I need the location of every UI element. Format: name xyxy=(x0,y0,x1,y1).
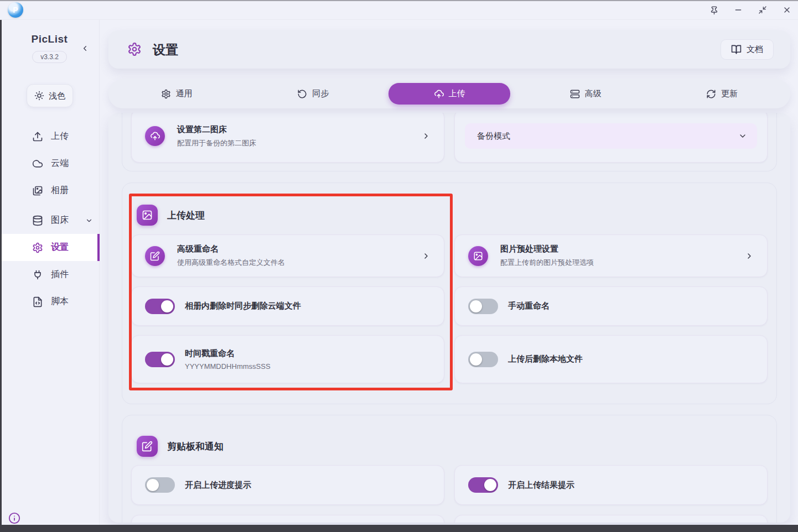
delete-local-card: 上传后删除本地文件 xyxy=(454,335,768,383)
theme-toggle-button[interactable]: 浅色 xyxy=(27,84,73,107)
tab-label: 同步 xyxy=(312,88,329,99)
page-header: 设置 文档 xyxy=(108,30,790,69)
album-icon xyxy=(32,185,43,196)
sidebar-item-settings[interactable]: 设置 xyxy=(0,234,100,261)
sidebar-nav: 上传 云端 相册 图床 设置 插件 脚本 xyxy=(0,123,100,315)
book-icon xyxy=(731,44,742,55)
upload-result-tip-toggle[interactable] xyxy=(468,477,498,493)
settings-tabbar: 通用 同步 上传 高级 更新 xyxy=(108,79,790,108)
sidebar: PicList v3.3.2 浅色 上传 云端 相册 图床 设置 xyxy=(0,20,100,525)
cloud-icon xyxy=(32,158,43,169)
sidebar-item-cloud[interactable]: 云端 xyxy=(0,150,100,177)
sidebar-item-album[interactable]: 相册 xyxy=(0,177,100,204)
toggle-label: 时间戳重命名 xyxy=(185,348,271,359)
script-icon xyxy=(32,296,43,307)
app-logo: P xyxy=(8,2,23,18)
card-title: 设置第二图床 xyxy=(177,124,422,135)
card-title: 高级重命名 xyxy=(177,244,422,254)
manual-rename-toggle[interactable] xyxy=(468,299,498,314)
backup-mode-select[interactable]: 备份模式 xyxy=(465,123,757,149)
image-icon xyxy=(137,205,158,226)
theme-label: 浅色 xyxy=(49,91,65,101)
chevron-down-icon xyxy=(85,217,93,225)
sidebar-item-label: 图床 xyxy=(51,215,69,226)
edit-icon xyxy=(145,246,165,266)
page-title: 设置 xyxy=(153,41,178,59)
timestamp-rename-card: 时间戳重命名 YYYYMMDDHHmmssSSS xyxy=(131,335,444,383)
tab-sync[interactable]: 同步 xyxy=(245,79,382,108)
backup-group: 设置第二图床 配置用于备份的第二图床 备份模式 xyxy=(122,113,777,171)
sidebar-item-plugins[interactable]: 插件 xyxy=(0,261,100,288)
sidebar-item-label: 脚本 xyxy=(51,296,69,307)
sidebar-item-label: 上传 xyxy=(51,131,69,142)
window-bottom-edge xyxy=(0,525,798,532)
toggle-label: 相册内删除时同步删除云端文件 xyxy=(185,301,301,311)
upload-result-tip-card: 开启上传结果提示 xyxy=(454,465,768,505)
tab-label: 上传 xyxy=(449,88,465,99)
chevron-right-icon xyxy=(745,252,754,260)
sync-delete-cloud-card: 相册内删除时同步删除云端文件 xyxy=(131,286,444,326)
gear-icon xyxy=(32,242,43,253)
toggle-label: 开启上传进度提示 xyxy=(185,480,251,491)
toggle-label: 开启上传结果提示 xyxy=(508,480,574,491)
tab-update[interactable]: 更新 xyxy=(654,79,791,108)
section-title: 上传处理 xyxy=(167,209,205,222)
toggle-desc: YYYYMMDDHHmmssSSS xyxy=(185,362,271,371)
close-icon[interactable] xyxy=(781,4,792,15)
sidebar-item-label: 插件 xyxy=(51,269,69,280)
sync-icon xyxy=(297,89,307,99)
card-desc: 配置上传前的图片预处理选项 xyxy=(500,258,745,268)
card-title: 图片预处理设置 xyxy=(500,244,745,254)
sidebar-item-imagebed[interactable]: 图床 xyxy=(0,207,100,234)
clipboard-group: 剪贴板和通知 开启上传进度提示 开启上传结果提示 使用系统内置剪 xyxy=(122,415,777,523)
toggle-label: 上传后删除本地文件 xyxy=(508,354,583,364)
settings-gear-icon xyxy=(127,42,142,56)
info-icon[interactable] xyxy=(8,512,20,524)
sync-delete-cloud-toggle[interactable] xyxy=(145,299,175,314)
tab-label: 高级 xyxy=(585,88,602,99)
card-desc: 配置用于备份的第二图床 xyxy=(177,138,422,148)
cloud-upload-icon xyxy=(145,126,165,146)
advanced-rename-card[interactable]: 高级重命名 使用高级重命名格式自定义文件名 xyxy=(131,234,444,277)
sidebar-item-label: 相册 xyxy=(51,185,69,196)
plugin-icon xyxy=(32,269,43,280)
tab-general[interactable]: 通用 xyxy=(108,79,245,108)
backup-mode-card: 备份模式 xyxy=(454,113,768,163)
collapse-sidebar-icon[interactable] xyxy=(81,44,89,53)
sidebar-item-scripts[interactable]: 脚本 xyxy=(0,288,100,315)
image-icon xyxy=(468,246,488,266)
restore-icon[interactable] xyxy=(757,4,768,15)
image-preprocess-card[interactable]: 图片预处理设置 配置上传前的图片预处理选项 xyxy=(454,234,768,277)
minimize-icon[interactable] xyxy=(733,4,744,15)
refresh-icon xyxy=(706,89,716,99)
upload-progress-tip-card: 开启上传进度提示 xyxy=(131,465,444,505)
chevron-down-icon xyxy=(738,132,747,140)
window-left-edge xyxy=(0,20,2,525)
delete-local-toggle[interactable] xyxy=(468,352,498,367)
pin-icon[interactable] xyxy=(708,4,719,15)
database-icon xyxy=(32,215,43,226)
edit-icon xyxy=(137,436,158,457)
tab-upload[interactable]: 上传 xyxy=(388,83,510,105)
sidebar-item-upload[interactable]: 上传 xyxy=(0,123,100,150)
server-icon xyxy=(570,89,580,99)
partial-card xyxy=(131,515,444,523)
window-controls xyxy=(708,0,792,20)
second-imagebed-card[interactable]: 设置第二图床 配置用于备份的第二图床 xyxy=(131,113,444,163)
chevron-right-icon xyxy=(422,252,431,260)
tab-advanced[interactable]: 高级 xyxy=(517,79,654,108)
docs-button[interactable]: 文档 xyxy=(721,39,774,60)
docs-button-label: 文档 xyxy=(747,44,763,55)
upload-progress-tip-toggle[interactable] xyxy=(145,477,175,493)
sidebar-item-label: 云端 xyxy=(51,158,69,169)
settings-scroll-panel[interactable]: 设置第二图床 配置用于备份的第二图床 备份模式 xyxy=(108,113,790,523)
cloud-upload-icon xyxy=(434,89,444,99)
sun-icon xyxy=(34,91,44,101)
chevron-right-icon xyxy=(422,132,431,140)
titlebar: P xyxy=(0,0,798,20)
manual-rename-card: 手动重命名 xyxy=(454,286,768,326)
timestamp-rename-toggle[interactable] xyxy=(145,352,175,367)
version-badge: v3.3.2 xyxy=(32,51,67,63)
gear-icon xyxy=(161,89,171,99)
tab-label: 更新 xyxy=(721,88,738,99)
